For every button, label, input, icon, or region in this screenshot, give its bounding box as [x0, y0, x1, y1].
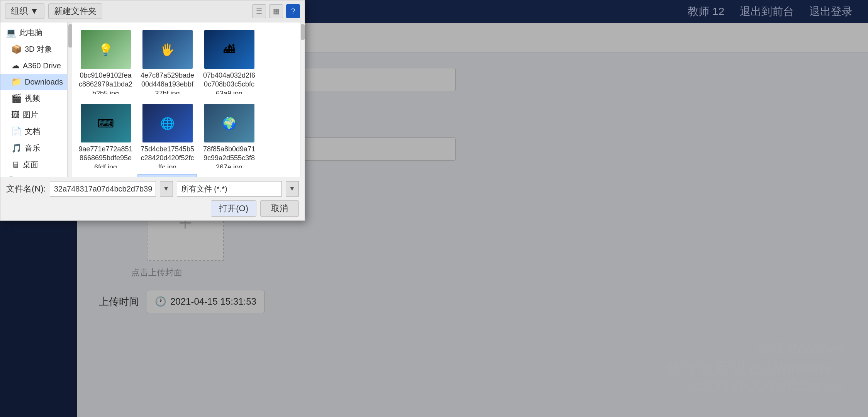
nav-icon-8: 🖥: [11, 160, 20, 170]
nav-label-8: 桌面: [23, 159, 38, 170]
file-dialog: 组织 ▼ 新建文件夹 ☰ ▦ ? 💻此电脑📦3D 对象☁A360 Drive📁D…: [0, 0, 305, 221]
nav-item-6[interactable]: 📄文档: [0, 123, 67, 140]
file-item-5[interactable]: 🌍 78f85a8b0d9a719c99a2d555c3f8267e.jpg: [199, 100, 259, 172]
nav-label-6: 文档: [25, 126, 40, 137]
nav-icon-7: 🎵: [11, 143, 22, 153]
nav-label-5: 图片: [23, 110, 38, 120]
dialog-content-scrollbar[interactable]: [300, 22, 305, 177]
thumb-icon-3: ⌨: [81, 104, 131, 142]
file-name-4: 75d4cbe17545b5c28420d420f52fcffc.jpg: [140, 145, 195, 168]
dialog-sidebar: 💻此电脑📦3D 对象☁A360 Drive📁Downloads🎬视频🖼图片📄文档…: [0, 22, 68, 177]
nav-label-2: A360 Drive: [23, 61, 61, 70]
nav-icon-1: 📦: [11, 44, 22, 54]
thumb-icon-0: 💡: [81, 30, 131, 69]
nav-icon-2: ☁: [11, 61, 20, 71]
filename-dropdown-button[interactable]: ▼: [160, 181, 173, 197]
new-folder-button[interactable]: 新建文件夹: [48, 3, 102, 19]
file-thumb-0: 💡: [81, 30, 131, 69]
nav-item-7[interactable]: 🎵音乐: [0, 140, 67, 156]
file-item-1[interactable]: 🖐 4e7c87a529bade00d448a193ebbf37bf.jpg: [137, 26, 197, 98]
file-item-6[interactable]: 🤝 507c1a886868cb8f05f54d0a16d6ca65.jpeg: [76, 174, 136, 177]
dialog-content-container: 💡 0bc910e9102feac8862979a1bda2b2b5.jpg 🖐…: [72, 22, 305, 177]
file-item-0[interactable]: 💡 0bc910e9102feac8862979a1bda2b2b5.jpg: [76, 26, 136, 98]
toolbar-right: ☰ ▦ ?: [252, 4, 300, 18]
dialog-buttons: 打开(O) 取消: [6, 200, 299, 217]
file-name-3: 9ae771e772a8518668695bdfe95e6fdf.jpg: [78, 145, 133, 168]
dialog-body: 💻此电脑📦3D 对象☁A360 Drive📁Downloads🎬视频🖼图片📄文档…: [0, 22, 305, 177]
cancel-button[interactable]: 取消: [260, 200, 299, 217]
nav-item-3[interactable]: 📁Downloads: [0, 74, 67, 90]
view-toggle-button[interactable]: ▦: [269, 4, 283, 18]
file-name-1: 4e7c87a529bade00d448a193ebbf37bf.jpg: [140, 71, 195, 94]
file-thumb-3: ⌨: [81, 104, 131, 142]
dialog-content: 💡 0bc910e9102feac8862979a1bda2b2b5.jpg 🖐…: [72, 22, 300, 177]
nav-item-4[interactable]: 🎬视频: [0, 90, 67, 107]
nav-label-7: 音乐: [25, 143, 40, 153]
nav-icon-5: 🖼: [11, 110, 20, 120]
view-list-button[interactable]: ☰: [252, 4, 266, 18]
dialog-sidebar-container: 💻此电脑📦3D 对象☁A360 Drive📁Downloads🎬视频🖼图片📄文档…: [0, 22, 72, 177]
thumb-icon-2: 🏙: [204, 30, 254, 69]
dialog-bottom: 文件名(N): ▼ 所有文件 (*.*) ▼ 打开(O) 取消: [0, 177, 305, 220]
nav-label-0: 此电脑: [19, 27, 42, 38]
thumb-icon-4: 🌐: [142, 104, 193, 142]
filetype-arrow-button[interactable]: ▼: [286, 181, 299, 197]
nav-item-9[interactable]: 💿Windows_OS (C:: [0, 173, 67, 177]
nav-item-5[interactable]: 🖼图片: [0, 107, 67, 123]
file-name-2: 07b404a032d2f60c708b03c5cbfc63a9.jpg: [202, 71, 256, 94]
file-grid: 💡 0bc910e9102feac8862979a1bda2b2b5.jpg 🖐…: [72, 22, 300, 177]
thumb-icon-1: 🖐: [142, 30, 193, 69]
nav-item-8[interactable]: 🖥桌面: [0, 156, 67, 173]
file-name-0: 0bc910e9102feac8862979a1bda2b2b5.jpg: [78, 71, 133, 94]
nav-item-2[interactable]: ☁A360 Drive: [0, 58, 67, 74]
nav-icon-0: 💻: [6, 28, 16, 38]
file-item-3[interactable]: ⌨ 9ae771e772a8518668695bdfe95e6fdf.jpg: [76, 100, 136, 172]
dialog-content-scroll-thumb[interactable]: [301, 24, 305, 40]
nav-icon-4: 🎬: [11, 93, 22, 103]
file-thumb-1: 🖐: [142, 30, 193, 69]
filename-row: 文件名(N): ▼ 所有文件 (*.*) ▼: [6, 181, 299, 197]
file-name-5: 78f85a8b0d9a719c99a2d555c3f8267e.jpg: [202, 145, 256, 168]
dialog-sidebar-scrollbar[interactable]: [68, 22, 72, 177]
nav-item-0[interactable]: 💻此电脑: [0, 24, 67, 41]
organize-button[interactable]: 组织 ▼: [5, 3, 44, 19]
nav-item-1[interactable]: 📦3D 对象: [0, 41, 67, 58]
file-item-7[interactable]: 🤖 2732a748317a07d4bcb2d7b3999a0725.jpg: [137, 174, 197, 177]
filename-input[interactable]: [50, 181, 156, 197]
file-thumb-2: 🏙: [204, 30, 254, 69]
nav-icon-6: 📄: [11, 127, 22, 137]
nav-label-3: Downloads: [25, 78, 63, 86]
file-thumb-4: 🌐: [142, 104, 193, 142]
nav-icon-3: 📁: [11, 77, 22, 87]
dialog-toolbar: 组织 ▼ 新建文件夹 ☰ ▦ ?: [0, 0, 305, 22]
filetype-display: 所有文件 (*.*): [177, 181, 282, 197]
filename-label: 文件名(N):: [6, 183, 46, 195]
file-thumb-5: 🌍: [204, 104, 254, 142]
open-button[interactable]: 打开(O): [211, 200, 256, 217]
thumb-icon-5: 🌍: [204, 104, 254, 142]
file-item-4[interactable]: 🌐 75d4cbe17545b5c28420d420f52fcffc.jpg: [137, 100, 197, 172]
nav-label-1: 3D 对象: [25, 44, 52, 54]
file-item-2[interactable]: 🏙 07b404a032d2f60c708b03c5cbfc63a9.jpg: [199, 26, 259, 98]
help-button[interactable]: ?: [286, 4, 300, 18]
nav-label-4: 视频: [25, 93, 40, 103]
dialog-overlay: 组织 ▼ 新建文件夹 ☰ ▦ ? 💻此电脑📦3D 对象☁A360 Drive📁D…: [0, 0, 868, 417]
